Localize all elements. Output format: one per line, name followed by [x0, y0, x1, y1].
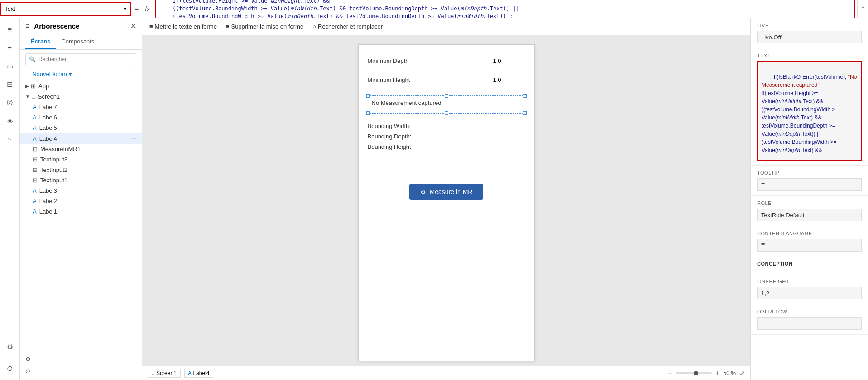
panel-tooltip-value[interactable]: ""	[757, 178, 862, 191]
tree-item-label4[interactable]: A Label4 ···	[20, 133, 142, 144]
panel-lineheight-section: LineHeight 1,2	[751, 274, 868, 304]
tree-item-label6[interactable]: A Label6	[20, 112, 142, 123]
label4-box[interactable]: No Measurement captured	[368, 95, 525, 114]
formula-collapse-button[interactable]: ⌃	[857, 0, 868, 18]
app-icon: ⊞	[31, 83, 36, 90]
tree-item-label7[interactable]: A Label7	[20, 102, 142, 112]
handle-tm[interactable]	[445, 94, 448, 98]
search-icon: 🔍	[29, 56, 36, 62]
measure-button[interactable]: ⚙ Measure in MR	[409, 184, 484, 200]
tree-item-textInput1[interactable]: ⊟ TextInput1	[20, 175, 142, 185]
more-options-icon[interactable]: ···	[131, 135, 136, 142]
tree-item-label: TextInput3	[40, 156, 136, 163]
canvas-area: ≡ Mettre le texte en forme ≡ Supprimer l…	[142, 18, 750, 380]
min-height-input[interactable]	[489, 73, 525, 86]
format-text-button[interactable]: ≡ Mettre le texte en forme	[149, 23, 217, 30]
rail-settings-button[interactable]: ⚙	[2, 338, 18, 355]
tree-item-label2[interactable]: A Label2	[20, 196, 142, 206]
panel-conception-label: CONCEPTION	[757, 261, 862, 266]
fx-label[interactable]: fx	[142, 5, 153, 13]
min-depth-label: Minimum Depth	[368, 57, 409, 64]
tree-item-label3[interactable]: A Label3	[20, 185, 142, 196]
handle-tr[interactable]	[523, 94, 527, 98]
tree-item-label: Label5	[39, 124, 136, 131]
property-selector[interactable]: Text ▾	[0, 2, 131, 16]
component-icon: ⊡	[33, 146, 38, 152]
tree-item-screen1[interactable]: ▼ □ Screen1	[20, 91, 142, 102]
search-input[interactable]	[25, 53, 136, 65]
rail-data-button[interactable]: ⊞	[2, 76, 18, 92]
panel-live-value[interactable]: Live.Off	[757, 31, 862, 43]
tab-components[interactable]: Composants	[56, 34, 100, 49]
rail-search-button[interactable]: ○	[2, 130, 18, 147]
rail-add-button[interactable]: +	[2, 40, 18, 56]
label-tab-icon: A	[188, 370, 192, 375]
panel-contentlang-value[interactable]: ""	[757, 239, 862, 252]
format-text-label: Mettre le texte en forme	[155, 23, 217, 30]
sidebar-menu-icon[interactable]: ≡	[25, 22, 29, 30]
panel-tooltip-section: Tooltip ""	[751, 166, 868, 196]
tab-screens-label: Écrans	[31, 38, 50, 45]
zoom-thumb	[694, 371, 698, 375]
remove-format-button[interactable]: ≡ Supprimer la mise en forme	[226, 23, 303, 30]
layers-icon: ≡	[8, 26, 12, 34]
tree-item-label: TextInput2	[40, 166, 136, 173]
panel-text-formula[interactable]: If(IsBlankOrError(testVolume); "NoMeasur…	[757, 61, 862, 161]
bounding-height-label: Bounding Height:	[368, 143, 413, 150]
sidebar-close-button[interactable]: ✕	[130, 22, 136, 30]
sidebar-bottom: ⚙ ⊙	[20, 350, 142, 380]
fullscreen-button[interactable]: ⤢	[739, 370, 745, 377]
remove-format-icon: ≡	[226, 23, 230, 30]
panel-role-value[interactable]: TextRole.Default	[757, 209, 862, 221]
canvas-scroll[interactable]: Minimum Depth Minimum Height	[142, 35, 750, 366]
tree-item-label5[interactable]: A Label5	[20, 123, 142, 133]
new-screen-button[interactable]: + Nouvel écran ▾	[20, 69, 142, 79]
rail-shapes-button[interactable]: ▭	[2, 58, 18, 74]
sidebar-search: 🔍	[25, 53, 136, 65]
zoom-in-button[interactable]: +	[714, 369, 721, 377]
property-selector-chevron: ▾	[124, 5, 127, 12]
bounding-depth-row: Bounding Depth:	[368, 131, 525, 142]
tree-item-textInput3[interactable]: ⊟ TextInput3	[20, 154, 142, 165]
account-bottom-icon: ⊙	[25, 368, 30, 375]
settings-bottom-icon: ⚙	[25, 356, 31, 362]
tree-item-app[interactable]: ▶ ⊞ App	[20, 81, 142, 91]
expand-icon: ▶	[25, 84, 29, 89]
search-rail-icon: ○	[8, 135, 11, 142]
label4-tab[interactable]: A Label4	[184, 369, 214, 378]
find-replace-icon: ○	[312, 23, 316, 30]
rail-layers-button[interactable]: ≡	[2, 22, 18, 38]
handle-tl[interactable]	[366, 94, 370, 98]
tree-item-measureInMR1[interactable]: ⊡ MeasureInMR1	[20, 144, 142, 154]
find-replace-button[interactable]: ○ Rechercher et remplacer	[312, 23, 383, 30]
min-depth-row: Minimum Depth	[368, 54, 525, 67]
tree-item-textInput2[interactable]: ⊟ TextInput2	[20, 165, 142, 175]
rail-variables-button[interactable]: {x}	[2, 94, 18, 110]
rail-account-button[interactable]: ⊙	[2, 360, 18, 376]
rail-media-button[interactable]: ◈	[2, 112, 18, 128]
panel-overflow-value[interactable]	[757, 317, 862, 330]
sidebar-title: Arborescence	[34, 22, 130, 30]
handle-br[interactable]	[523, 111, 527, 115]
account-bottom-button[interactable]: ⊙	[25, 366, 136, 376]
settings-bottom-button[interactable]: ⚙	[25, 354, 136, 364]
zoom-slider[interactable]	[676, 372, 712, 374]
bounding-width-row: Bounding Width:	[368, 121, 525, 131]
measure-icon: ⚙	[420, 188, 426, 195]
plus-icon: +	[8, 44, 12, 52]
handle-bm[interactable]	[445, 111, 448, 115]
media-icon: ◈	[7, 116, 13, 125]
input-icon: ⊟	[33, 166, 38, 173]
panel-conception-section: CONCEPTION	[751, 256, 868, 274]
min-depth-input[interactable]	[489, 54, 525, 67]
tree-item-label: Label4	[39, 135, 131, 142]
handle-bl[interactable]	[366, 111, 370, 115]
label-icon: A	[33, 104, 37, 110]
zoom-out-button[interactable]: −	[666, 369, 674, 377]
tab-screens[interactable]: Écrans	[25, 34, 56, 49]
screen1-tab[interactable]: □ Screen1	[148, 369, 181, 378]
expand-icon: ▼	[25, 94, 30, 99]
tree-item-label1[interactable]: A Label1	[20, 206, 142, 217]
panel-lineheight-value[interactable]: 1,2	[757, 287, 862, 299]
tree-view: ▶ ⊞ App ▼ □ Screen1 A Label7 A Label6	[20, 79, 142, 350]
